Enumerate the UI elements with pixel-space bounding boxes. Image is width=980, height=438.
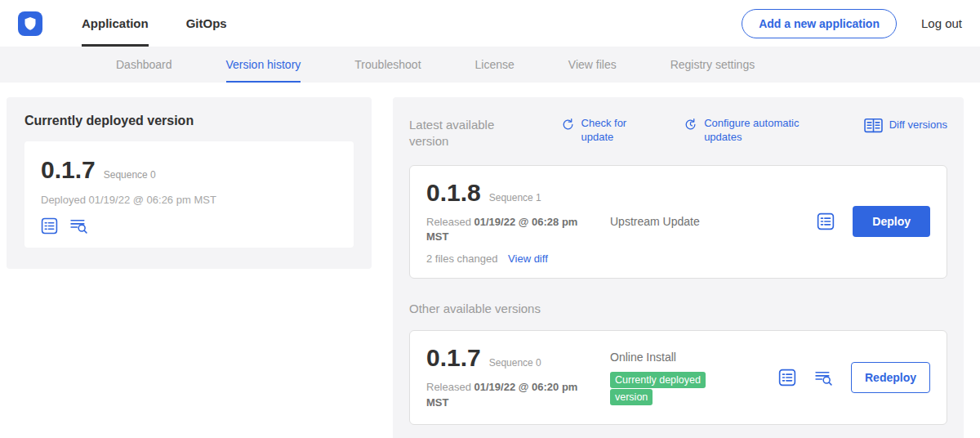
diff-versions-button[interactable]: Diff versions	[864, 117, 947, 137]
subnav-item-registry-settings[interactable]: Registry settings	[670, 47, 755, 83]
subnav-label: License	[475, 58, 514, 71]
app-logo-icon[interactable]	[18, 11, 42, 36]
deployed-sequence-label: Sequence 0	[104, 169, 156, 181]
available-versions-panel: Latest available version Check for updat…	[393, 97, 964, 438]
configure-automatic-updates-label: Configure automatic updates	[704, 117, 818, 145]
subnav-item-troubleshoot[interactable]: Troubleshoot	[354, 47, 421, 83]
released-prefix: Released	[426, 216, 474, 228]
deployed-actions	[41, 217, 337, 235]
clock-refresh-icon	[684, 117, 697, 136]
view-logs-icon[interactable]	[69, 217, 88, 235]
latest-released-date: Released 01/19/22 @ 06:28 pm MST	[426, 215, 594, 246]
latest-files-changed-row: 2 files changed View diff	[426, 253, 610, 265]
diff-icon	[864, 117, 883, 137]
subnav-label: Version history	[226, 58, 301, 71]
check-for-update-button[interactable]: Check for update	[561, 117, 639, 145]
subnav-label: Troubleshoot	[354, 58, 421, 71]
released-prefix: Released	[426, 381, 474, 393]
sub-nav: Dashboard Version history Troubleshoot L…	[0, 47, 980, 83]
currently-deployed-panel: Currently deployed version 0.1.7 Sequenc…	[7, 97, 372, 269]
deployed-version-number: 0.1.7	[41, 156, 96, 184]
latest-version-number: 0.1.8	[426, 179, 481, 207]
other-version-info: 0.1.7 Sequence 0 Released 01/19/22 @ 06:…	[426, 344, 610, 411]
release-notes-icon[interactable]	[778, 369, 796, 387]
tab-application-label: Application	[82, 16, 149, 30]
logout-link[interactable]: Log out	[921, 16, 962, 30]
tab-gitops-label: GitOps	[186, 16, 227, 30]
subnav-item-view-files[interactable]: View files	[568, 47, 617, 83]
view-diff-link[interactable]: View diff	[508, 253, 548, 265]
latest-source-label: Upstream Update	[610, 215, 700, 228]
available-panel-header: Latest available version Check for updat…	[409, 117, 947, 150]
deployed-version-row: 0.1.7 Sequence 0	[41, 156, 337, 184]
other-available-versions-title: Other available versions	[409, 302, 947, 315]
top-nav: Application GitOps Add a new application…	[0, 0, 980, 47]
other-version-number: 0.1.7	[426, 344, 481, 372]
top-nav-right: Add a new application Log out	[742, 0, 962, 47]
subnav-item-version-history[interactable]: Version history	[226, 47, 301, 83]
latest-sequence-label: Sequence 1	[489, 192, 541, 203]
subnav-item-license[interactable]: License	[475, 47, 514, 83]
files-changed-label: 2 files changed	[426, 253, 497, 265]
latest-version-info: 0.1.8 Sequence 1 Released 01/19/22 @ 06:…	[426, 179, 610, 266]
subnav-label: View files	[568, 58, 617, 71]
tab-application[interactable]: Application	[82, 0, 149, 47]
view-logs-icon[interactable]	[814, 369, 833, 387]
tab-gitops[interactable]: GitOps	[186, 0, 227, 47]
subnav-label: Registry settings	[670, 58, 755, 71]
diff-versions-label: Diff versions	[889, 118, 947, 132]
deployed-badge-wrap: Currently deployed version	[610, 372, 733, 405]
other-version-source: Online Install Currently deployed versio…	[610, 350, 778, 405]
other-sequence-label: Sequence 0	[489, 357, 541, 369]
redeploy-button[interactable]: Redeploy	[851, 362, 930, 393]
deployed-panel-title: Currently deployed version	[24, 114, 354, 128]
check-for-update-label: Check for update	[581, 117, 639, 145]
latest-version-source: Upstream Update	[610, 214, 817, 229]
configure-automatic-updates-button[interactable]: Configure automatic updates	[684, 117, 818, 145]
currently-deployed-badge: Currently deployed version	[610, 372, 706, 404]
top-nav-tabs: Application GitOps	[82, 0, 265, 47]
latest-available-title: Latest available version	[409, 117, 515, 150]
deployed-date: Deployed 01/19/22 @ 06:26 pm MST	[41, 194, 337, 206]
subnav-item-dashboard[interactable]: Dashboard	[116, 47, 172, 83]
other-version-card: 0.1.7 Sequence 0 Released 01/19/22 @ 06:…	[409, 330, 947, 425]
other-source-label: Online Install	[610, 351, 676, 364]
release-notes-icon[interactable]	[41, 217, 58, 235]
release-notes-icon[interactable]	[817, 212, 835, 230]
add-application-button[interactable]: Add a new application	[742, 9, 897, 38]
other-version-actions: Redeploy	[778, 362, 930, 393]
latest-version-actions: Deploy	[817, 206, 930, 237]
latest-version-card: 0.1.8 Sequence 1 Released 01/19/22 @ 06:…	[409, 165, 947, 279]
other-released-date: Released 01/19/22 @ 06:20 pm MST	[426, 380, 594, 411]
deployed-version-card: 0.1.7 Sequence 0 Deployed 01/19/22 @ 06:…	[24, 141, 354, 248]
main-content: Currently deployed version 0.1.7 Sequenc…	[0, 83, 980, 438]
shield-glyph	[24, 16, 37, 31]
subnav-label: Dashboard	[116, 58, 172, 71]
refresh-icon	[561, 117, 575, 136]
deploy-button[interactable]: Deploy	[853, 206, 930, 237]
